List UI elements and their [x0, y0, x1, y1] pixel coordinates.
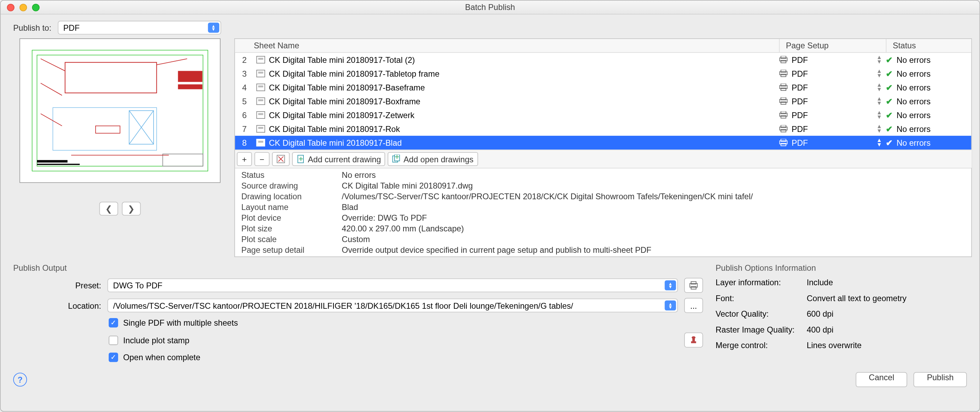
table-row[interactable]: 7 CK Digital Table mini 20180917-Rok PDF… — [235, 122, 971, 136]
status-cell: ✔No errors — [886, 96, 971, 106]
delete-list-icon — [277, 155, 285, 163]
page-setup-cell[interactable]: PDF ▲▼ — [779, 69, 886, 78]
detail-row: Drawing location/Volumes/TSC-Server/TSC … — [235, 191, 971, 202]
preview-prev-button[interactable]: ❮ — [99, 202, 118, 216]
layout-icon — [254, 56, 267, 64]
page-setup-cell[interactable]: PDF ▲▼ — [779, 96, 886, 106]
single-pdf-checkbox[interactable]: ✓ — [109, 318, 118, 327]
preset-select[interactable]: DWG To PDF ▲▼ — [107, 278, 678, 292]
remove-all-button[interactable] — [272, 152, 290, 166]
page-setup-cell[interactable]: PDF ▲▼ — [779, 138, 886, 147]
check-icon: ✔ — [886, 96, 892, 106]
remove-sheet-button[interactable]: − — [255, 152, 270, 166]
check-icon: ✔ — [886, 69, 892, 78]
option-row: Raster Image Quality:400 dpi — [716, 325, 967, 334]
publish-to-label: Publish to: — [13, 23, 51, 32]
option-value: Lines overwrite — [807, 340, 862, 350]
sheet-preview — [19, 38, 220, 183]
dropdown-icon: ▲▼ — [877, 55, 882, 64]
printer-icon — [779, 56, 788, 64]
help-button[interactable]: ? — [13, 373, 27, 386]
page-setup-cell[interactable]: PDF ▲▼ — [779, 124, 886, 133]
location-select[interactable]: /Volumes/TSC-Server/TSC kantoor/PROJECTE… — [107, 299, 678, 313]
single-pdf-label: Single PDF with multiple sheets — [123, 318, 238, 327]
detail-row: Page setup detailOverride output device … — [235, 244, 971, 255]
option-label: Merge control: — [716, 340, 807, 350]
add-current-drawing-button[interactable]: + Add current drawing — [292, 152, 385, 166]
dropdown-icon: ▲▼ — [877, 69, 882, 78]
svg-line-6 — [41, 113, 62, 126]
batch-publish-window: Batch Publish Publish to: PDF ▲▼ — [0, 0, 980, 412]
detail-row: StatusNo errors — [235, 169, 971, 180]
table-row[interactable]: 4 CK Digital Table mini 20180917-Basefra… — [235, 80, 971, 94]
col-page-setup[interactable]: Page Setup — [779, 39, 886, 52]
location-label: Location: — [13, 301, 101, 310]
publish-output-title: Publish Output — [13, 263, 703, 273]
detail-value: Blad — [342, 202, 358, 212]
dropdown-arrows-icon: ▲▼ — [665, 300, 676, 310]
svg-rect-0 — [32, 50, 208, 171]
print-setup-button[interactable] — [684, 278, 703, 293]
table-row[interactable]: 8 CK Digital Table mini 20180917-Blad PD… — [235, 136, 971, 150]
svg-rect-8 — [178, 71, 203, 82]
svg-text:+: + — [299, 155, 304, 163]
col-status[interactable]: Status — [886, 39, 971, 52]
detail-label: Source drawing — [241, 181, 342, 190]
preview-next-button[interactable]: ❯ — [122, 202, 141, 216]
svg-line-4 — [41, 59, 65, 71]
svg-rect-14 — [37, 160, 67, 163]
detail-label: Plot device — [241, 213, 342, 222]
sheet-name-cell: CK Digital Table mini 20180917-Tabletop … — [267, 69, 779, 78]
detail-label: Layout name — [241, 202, 342, 212]
plot-stamp-label: Include plot stamp — [123, 335, 189, 345]
option-row: Layer information:Include — [716, 278, 967, 287]
add-sheets-icon: + — [392, 155, 401, 163]
option-label: Raster Image Quality: — [716, 325, 807, 334]
detail-value: Override: DWG To PDF — [342, 213, 427, 222]
open-complete-checkbox[interactable]: ✓ — [109, 353, 118, 362]
printer-icon — [779, 125, 788, 133]
printer-icon — [779, 111, 788, 119]
page-setup-cell[interactable]: PDF ▲▼ — [779, 55, 886, 64]
status-cell: ✔No errors — [886, 69, 971, 78]
detail-label: Status — [241, 170, 342, 180]
publish-button[interactable]: Publish — [914, 372, 967, 387]
detail-row: Layout nameBlad — [235, 202, 971, 212]
layout-icon — [254, 125, 267, 133]
browse-location-button[interactable]: ... — [684, 298, 703, 313]
window-title: Batch Publish — [1, 2, 980, 12]
add-sheet-button[interactable]: + — [237, 152, 252, 166]
svg-rect-2 — [65, 62, 157, 93]
sheet-table: Sheet Name Page Setup Status 2 CK Digita… — [234, 38, 972, 257]
svg-rect-15 — [37, 164, 80, 165]
detail-row: Source drawingCK Digital Table mini 2018… — [235, 180, 971, 191]
dropdown-arrows-icon: ▲▼ — [665, 280, 676, 291]
row-number: 6 — [235, 110, 254, 120]
page-setup-cell[interactable]: PDF ▲▼ — [779, 83, 886, 92]
status-cell: ✔No errors — [886, 110, 971, 120]
detail-row: Plot deviceOverride: DWG To PDF — [235, 212, 971, 223]
detail-value: 420.00 x 297.00 mm (Landscape) — [342, 224, 464, 233]
check-icon: ✔ — [886, 138, 892, 147]
check-icon: ✔ — [886, 83, 892, 92]
detail-value: No errors — [342, 170, 376, 180]
layout-icon — [254, 139, 267, 147]
publish-to-select[interactable]: PDF ▲▼ — [58, 21, 221, 35]
col-sheet-name[interactable]: Sheet Name — [235, 39, 779, 52]
plot-stamp-settings-button[interactable] — [684, 332, 703, 348]
table-row[interactable]: 3 CK Digital Table mini 20180917-Tableto… — [235, 67, 971, 80]
add-open-drawings-button[interactable]: + Add open drawings — [388, 152, 478, 166]
table-row[interactable]: 6 CK Digital Table mini 20180917-Zetwerk… — [235, 108, 971, 122]
status-cell: ✔No errors — [886, 138, 971, 147]
status-cell: ✔No errors — [886, 83, 971, 92]
dropdown-arrows-icon: ▲▼ — [208, 23, 219, 33]
page-setup-cell[interactable]: PDF ▲▼ — [779, 110, 886, 120]
status-cell: ✔No errors — [886, 124, 971, 133]
dropdown-icon: ▲▼ — [877, 97, 882, 105]
plot-stamp-checkbox[interactable] — [109, 335, 118, 345]
table-row[interactable]: 2 CK Digital Table mini 20180917-Total (… — [235, 53, 971, 67]
detail-value: /Volumes/TSC-Server/TSC kantoor/PROJECTE… — [342, 192, 753, 201]
stamp-icon — [689, 336, 698, 344]
cancel-button[interactable]: Cancel — [856, 372, 907, 387]
table-row[interactable]: 5 CK Digital Table mini 20180917-Boxfram… — [235, 94, 971, 108]
